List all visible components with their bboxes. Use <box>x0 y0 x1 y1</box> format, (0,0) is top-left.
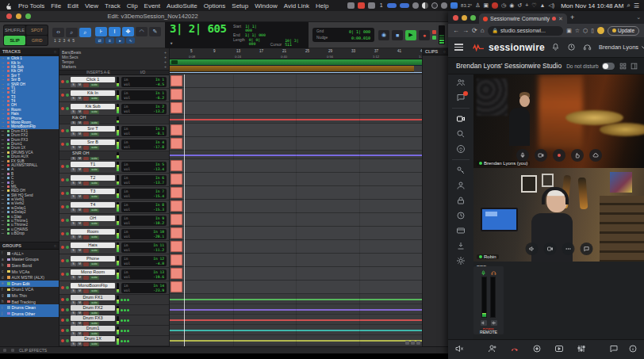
status-icon[interactable] <box>387 3 397 8</box>
group-list-item[interactable]: ! <ALL> <box>0 250 59 257</box>
scrub-tool-icon[interactable]: ◠ <box>136 27 148 36</box>
record-arm-button[interactable] <box>61 219 64 222</box>
ruler-add-icon[interactable]: + <box>164 64 167 69</box>
nudge-value[interactable]: 0:00.010 <box>351 36 370 40</box>
dnd-toggle[interactable] <box>602 63 615 70</box>
lock-icon[interactable] <box>456 196 466 205</box>
hamburger-menu-icon[interactable] <box>454 44 463 51</box>
group-list-item[interactable]: d AUX MSTR (ALX) <box>0 274 59 281</box>
solo-button[interactable]: S <box>71 110 76 114</box>
mute-button[interactable]: M <box>77 276 82 280</box>
timeline-zoom-buttons[interactable] <box>405 341 420 345</box>
io-readout[interactable]: inIn 12 vol-4.0 <box>121 256 167 266</box>
input-monitor-button[interactable] <box>66 319 69 322</box>
channel-strip[interactable]: T3 S M auto inIn <box>59 187 169 201</box>
camera-button[interactable] <box>535 149 547 162</box>
channel-strip[interactable]: Drum FX1 S M auto <box>59 295 169 305</box>
input-monitor-button[interactable] <box>66 298 69 301</box>
mute-button[interactable]: M <box>77 195 82 199</box>
automation-mode-chip[interactable]: auto <box>90 83 99 87</box>
edit-cursor[interactable] <box>184 74 185 346</box>
track-name-button[interactable]: Snr B <box>71 139 115 145</box>
input-button[interactable] <box>83 222 89 226</box>
record-arm-button[interactable] <box>61 178 64 181</box>
mute-button[interactable]: M <box>77 222 82 226</box>
automation-mode-chip[interactable]: auto <box>90 276 99 280</box>
menu-item[interactable]: Pro Tools <box>18 2 44 10</box>
browser-tab[interactable]: Sessionwire Community ✕ <box>479 13 567 24</box>
group-list-item[interactable]: a Master Groups <box>0 257 59 263</box>
menu-item[interactable]: View <box>85 2 98 10</box>
status-icon[interactable] <box>450 2 458 9</box>
io-readout[interactable]: inIn 10 vol-20.1 <box>121 229 167 239</box>
user-menu[interactable]: Brendan Lyons <box>599 44 644 51</box>
menu-item[interactable]: Clip <box>127 2 138 10</box>
speaker-mute-icon[interactable] <box>454 342 464 357</box>
zoom-preset-button[interactable]: 3 <box>63 38 66 43</box>
menu-item[interactable]: Track <box>105 2 121 10</box>
record-arm-button[interactable] <box>61 94 64 97</box>
channel-strip[interactable]: Mono Room S M auto <box>59 268 169 281</box>
back-icon[interactable]: ← <box>453 27 459 34</box>
input-monitor-button[interactable] <box>66 232 69 235</box>
markers-ruler[interactable] <box>170 66 414 72</box>
video-tile-remote[interactable]: Robin <box>473 168 644 262</box>
menu-item[interactable]: Event <box>144 2 160 10</box>
pencil-tool-icon[interactable]: ✎ <box>149 27 161 36</box>
home-icon[interactable]: ⌂ <box>481 27 485 34</box>
channel-strip[interactable]: T2 S M auto inIn <box>59 174 169 187</box>
record-arm-button[interactable] <box>61 143 64 146</box>
selection-length[interactable]: 0| 0| 000 <box>249 38 266 46</box>
group-list-item[interactable]: g Mix Thin <box>0 292 59 299</box>
automation-mode-chip[interactable]: auto <box>90 342 99 346</box>
track-name-button[interactable]: T2 <box>71 175 115 181</box>
edit-mode-button[interactable]: SLIP <box>4 36 25 45</box>
track-name-button[interactable]: Drum 1X <box>71 336 115 342</box>
input-button[interactable] <box>83 168 89 172</box>
input-monitor-button[interactable] <box>66 329 69 332</box>
channel-strip[interactable]: Snr B S M auto in <box>59 138 169 151</box>
new-tab-button[interactable]: + <box>570 13 574 21</box>
input-monitor-button[interactable] <box>66 94 69 97</box>
sessions-clock-icon[interactable] <box>456 211 466 220</box>
input-button[interactable] <box>83 262 89 266</box>
track-name-button[interactable]: Drum1 <box>71 326 115 331</box>
record-arm-button[interactable] <box>61 308 64 311</box>
solo-button[interactable]: S <box>71 276 76 280</box>
track-name-button[interactable]: Phone <box>71 256 115 262</box>
channel-strip[interactable]: MonoBoomFlip S M auto <box>59 281 169 295</box>
panel-menu-icon[interactable]: ○ <box>54 49 56 54</box>
status-icon[interactable]: ↺ <box>517 2 522 9</box>
notifications-bell-icon[interactable] <box>551 40 560 55</box>
record-arm-button[interactable] <box>61 232 64 235</box>
record-arm-button[interactable] <box>61 329 64 332</box>
bookmark-star-icon[interactable]: ☆ <box>575 28 580 34</box>
status-icon[interactable] <box>358 2 365 9</box>
input-button[interactable] <box>83 83 89 87</box>
solo-button[interactable]: S <box>71 289 76 293</box>
input-monitor-button[interactable] <box>66 273 69 276</box>
group-list-item[interactable]: c Mix VCAs <box>0 269 59 275</box>
video-session-icon[interactable] <box>456 114 466 124</box>
track-name-button[interactable]: MonoBoomFlip <box>71 283 115 288</box>
settings-gear-icon[interactable] <box>456 256 466 265</box>
video-tile-local[interactable]: Brendan Lyons (you) <box>473 74 644 168</box>
solo-button[interactable]: S <box>71 83 76 87</box>
status-icon[interactable]: ◁) <box>548 2 554 9</box>
mute-button[interactable]: M <box>77 208 82 212</box>
group-list-item[interactable]: e Drum Edit <box>0 281 59 287</box>
channel-strip[interactable]: Snr T S M auto in <box>59 124 169 138</box>
tempo-marker[interactable] <box>171 60 178 64</box>
mute-meter-button[interactable] <box>481 320 487 326</box>
tab-close-icon[interactable]: ✕ <box>558 16 563 22</box>
zoom-preset-button[interactable]: 5 <box>72 38 75 43</box>
io-readout[interactable]: inIn 2 vol-13.2 <box>121 104 167 114</box>
track-name-button[interactable]: SNR OH <box>71 151 115 156</box>
extensions-icon[interactable]: ⬡ <box>583 28 588 34</box>
track-name-button[interactable]: Drum FX1 <box>71 295 115 300</box>
play-media-icon[interactable] <box>554 342 564 357</box>
menu-item[interactable]: AudioSuite <box>167 2 197 10</box>
status-icon[interactable]: ♡ <box>531 2 536 9</box>
mute-button[interactable]: M <box>77 181 82 185</box>
status-icon[interactable] <box>400 3 409 8</box>
